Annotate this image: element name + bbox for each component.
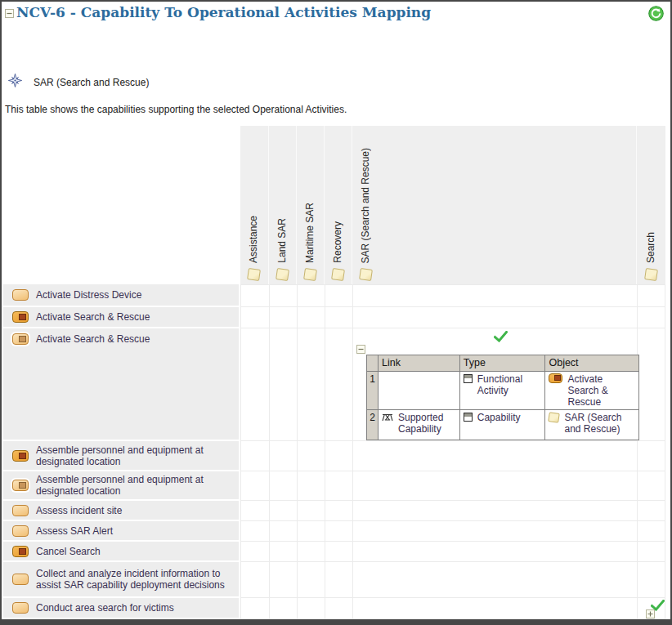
matrix-row: Assess incident site xyxy=(3,501,665,521)
capability-note-icon xyxy=(644,268,658,281)
matrix-row-cells[interactable] xyxy=(240,542,665,562)
report-window: NCV-6 - Capability To Operational Activi… xyxy=(0,0,672,625)
column-sar-search-and-rescue: SAR (Search and Rescue) xyxy=(352,126,636,284)
row-label-cell: Assemble personnel and equipment at desi… xyxy=(3,471,239,501)
type-cell: Functional Activity xyxy=(459,372,545,410)
expand-cell-icon[interactable] xyxy=(646,609,655,618)
matrix-row: Conduct area search for victims xyxy=(3,598,665,619)
operational-activity-icon xyxy=(12,333,29,345)
column-maritime-sar: Maritime SAR xyxy=(296,126,324,284)
matrix-row-cells[interactable] xyxy=(240,562,665,598)
operational-activity-icon xyxy=(12,311,29,323)
matrix-row-cells[interactable] xyxy=(240,471,665,501)
matrix-row-cells[interactable] xyxy=(240,598,665,619)
operational-activity-icon xyxy=(12,289,29,301)
matrix-body: Activate Distress Device Activate Search… xyxy=(3,284,665,619)
column-header-label: Maritime SAR xyxy=(304,203,316,263)
operational-activity-icon xyxy=(549,373,562,383)
matrix-row-cells[interactable] xyxy=(240,307,665,328)
row-label: Activate Distress Device xyxy=(36,289,239,301)
link-table-row: 2 Supported Capability Capabil xyxy=(367,410,639,440)
supported-capability-link-icon xyxy=(382,413,393,435)
row-label: Activate Search & Rescue xyxy=(36,311,239,323)
row-label-cell: Activate Search & Rescue xyxy=(3,307,239,328)
object-column-header: Object xyxy=(545,355,639,372)
collapse-cell-icon[interactable] xyxy=(356,345,365,354)
row-label: Conduct area search for victims xyxy=(36,602,239,614)
object-value: SAR (Search and Rescue) xyxy=(564,412,635,435)
type-value: Functional Activity xyxy=(477,373,542,396)
title-bar: NCV-6 - Capability To Operational Activi… xyxy=(2,2,670,26)
matrix-row: Assess SAR Alert xyxy=(3,521,665,542)
link-cell xyxy=(378,372,459,410)
column-header-label: Land SAR xyxy=(276,218,288,263)
matrix-row-cells[interactable] xyxy=(240,441,665,471)
corner-cell xyxy=(367,355,379,372)
operational-activity-icon xyxy=(12,505,29,516)
column-header-label: Recovery xyxy=(332,221,343,263)
row-number: 1 xyxy=(367,372,379,410)
row-label: Collect and analyze incident information… xyxy=(36,568,239,591)
matrix-column-headers: Assistance Land SAR Maritime SAR Recover… xyxy=(240,126,665,284)
refresh-icon[interactable] xyxy=(648,6,664,21)
capability-note-icon xyxy=(247,268,261,281)
row-label-cell: Assemble personnel and equipment at desi… xyxy=(3,441,239,471)
collapse-section-icon[interactable] xyxy=(5,9,14,18)
row-label-cell: Conduct area search for victims xyxy=(3,598,239,619)
row-label: Activate Search & Rescue xyxy=(36,333,239,345)
matrix-row: Assemble personnel and equipment at desi… xyxy=(3,441,665,471)
row-label: Assess incident site xyxy=(36,505,239,516)
operational-activity-icon xyxy=(12,602,29,614)
matrix-row-cells[interactable] xyxy=(240,284,665,307)
capability-note-icon xyxy=(359,268,373,281)
object-cell: Activate Search & Rescue xyxy=(545,372,639,410)
capability-note-icon xyxy=(331,268,345,281)
object-cell: SAR (Search and Rescue) xyxy=(545,410,639,440)
link-table-row: 1 Functional Activity Activate Search & … xyxy=(367,372,639,410)
row-label: Assemble personnel and equipment at desi… xyxy=(36,444,239,467)
column-assistance: Assistance xyxy=(240,126,268,284)
element-type-icon xyxy=(464,413,473,422)
selected-context-row: SAR (Search and Rescue) xyxy=(8,74,149,91)
row-label: Cancel Search xyxy=(36,546,239,557)
row-label-cell: Assess SAR Alert xyxy=(3,521,239,542)
link-cell: Supported Capability xyxy=(378,410,459,440)
type-value: Capability xyxy=(477,412,521,423)
link-value: Supported Capability xyxy=(398,412,456,435)
operational-activity-icon xyxy=(12,450,29,462)
check-icon[interactable] xyxy=(494,331,508,342)
column-recovery: Recovery xyxy=(324,126,352,284)
compass-icon xyxy=(8,74,22,91)
selected-operational-activity-label: SAR (Search and Rescue) xyxy=(34,77,149,88)
row-number: 2 xyxy=(367,410,379,440)
capability-note-icon xyxy=(276,268,289,281)
column-header-label: Search xyxy=(645,232,656,263)
row-label: Assess SAR Alert xyxy=(36,525,239,537)
column-search: Search xyxy=(636,126,665,284)
matrix-row: Collect and analyze incident information… xyxy=(3,562,665,598)
matrix-row: Assemble personnel and equipment at desi… xyxy=(3,471,665,501)
type-cell: Capability xyxy=(459,410,545,440)
capability-note-icon xyxy=(303,268,317,281)
matrix-row-cells[interactable] xyxy=(240,521,665,542)
link-column-header: Link xyxy=(378,355,459,372)
row-label-cell: Collect and analyze incident information… xyxy=(3,562,239,598)
column-header-label: SAR (Search and Rescue) xyxy=(360,148,371,263)
row-label: Assemble personnel and equipment at desi… xyxy=(36,474,239,497)
page-title: NCV-6 - Capability To Operational Activi… xyxy=(16,4,431,20)
capability-note-icon xyxy=(549,412,561,423)
row-label-cell: Cancel Search xyxy=(3,542,239,562)
row-label-cell: Assess incident site xyxy=(3,501,239,521)
operational-activity-icon xyxy=(12,480,29,491)
matrix-row: Activate Distress Device xyxy=(3,284,665,307)
element-type-icon xyxy=(464,374,473,383)
operational-activity-icon xyxy=(12,574,29,585)
matrix-row: Activate Search & Rescue xyxy=(3,307,665,328)
link-detail-table: Link Type Object 1 Functional Activity A… xyxy=(366,355,639,440)
row-label-cell: Activate Distress Device xyxy=(3,284,239,307)
matrix-row-cells[interactable] xyxy=(240,501,665,521)
description-text: This table shows the capabilities suppor… xyxy=(5,104,347,115)
object-value: Activate Search & Rescue xyxy=(567,373,635,408)
operational-activity-icon xyxy=(12,546,29,557)
matrix-row: Cancel Search xyxy=(3,542,665,562)
